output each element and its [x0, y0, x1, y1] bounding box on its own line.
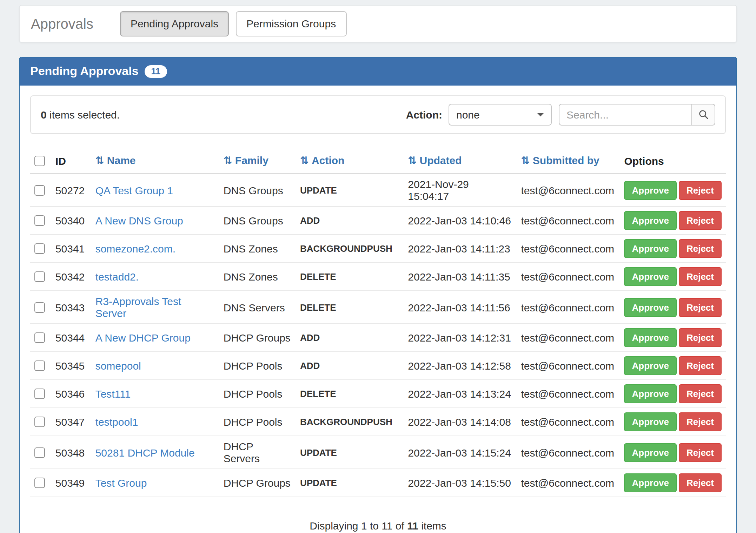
row-name-link[interactable]: A New DHCP Group: [95, 332, 191, 344]
row-submitted-by: test@6connect.com: [517, 408, 620, 436]
row-family: DHCP Pools: [219, 352, 296, 380]
reject-button[interactable]: Reject: [679, 181, 722, 200]
approve-button[interactable]: Approve: [624, 412, 676, 431]
row-submitted-by: test@6connect.com: [517, 291, 620, 324]
row-checkbox[interactable]: [34, 332, 45, 343]
col-action[interactable]: ⇅Action: [296, 148, 404, 174]
action-select[interactable]: none: [449, 104, 552, 126]
reject-button[interactable]: Reject: [679, 443, 722, 462]
row-checkbox[interactable]: [34, 417, 45, 427]
approve-button[interactable]: Approve: [624, 356, 676, 375]
panel-body: 0 items selected. Action: none: [20, 86, 736, 533]
col-options: Options: [620, 148, 726, 174]
row-id: 50344: [51, 324, 91, 352]
row-checkbox[interactable]: [34, 478, 45, 488]
row-updated: 2022-Jan-03 14:10:46: [404, 207, 517, 235]
reject-button[interactable]: Reject: [679, 473, 722, 492]
table-row: 50342 testadd2. DNS Zones DELETE 2022-Ja…: [30, 263, 726, 291]
approve-button[interactable]: Approve: [624, 473, 676, 492]
row-checkbox[interactable]: [34, 243, 45, 254]
reject-button[interactable]: Reject: [679, 328, 722, 347]
row-name-link[interactable]: Test111: [95, 388, 131, 400]
row-checkbox[interactable]: [34, 360, 45, 371]
selected-info: 0 items selected.: [41, 109, 120, 121]
sort-icon: ⇅: [408, 154, 417, 167]
row-action: ADD: [296, 352, 404, 380]
tab-permission-groups[interactable]: Permission Groups: [236, 12, 346, 36]
col-updated[interactable]: ⇅Updated: [404, 148, 517, 174]
row-name-link[interactable]: A New DNS Group: [95, 215, 183, 227]
approve-button[interactable]: Approve: [624, 181, 676, 200]
approve-button[interactable]: Approve: [624, 384, 676, 403]
row-submitted-by: test@6connect.com: [517, 235, 620, 263]
row-updated: 2022-Jan-03 14:11:35: [404, 263, 517, 291]
row-checkbox[interactable]: [34, 302, 45, 312]
reject-button[interactable]: Reject: [679, 298, 722, 317]
row-family: DHCP Pools: [219, 380, 296, 408]
row-submitted-by: test@6connect.com: [517, 263, 620, 291]
approve-button[interactable]: Approve: [624, 239, 676, 258]
reject-button[interactable]: Reject: [679, 239, 722, 258]
reject-button[interactable]: Reject: [679, 384, 722, 403]
sort-icon: ⇅: [521, 154, 530, 167]
sort-icon: ⇅: [300, 154, 309, 167]
col-family[interactable]: ⇅Family: [219, 148, 296, 174]
row-id: 50342: [51, 263, 91, 291]
row-name-link[interactable]: testpool1: [95, 416, 138, 428]
tab-pending-approvals[interactable]: Pending Approvals: [120, 12, 229, 36]
sort-icon: ⇅: [224, 154, 232, 167]
table-row: 50340 A New DNS Group DNS Groups ADD 202…: [30, 207, 726, 235]
row-checkbox[interactable]: [34, 389, 45, 399]
col-name[interactable]: ⇅Name: [91, 148, 219, 174]
row-submitted-by: test@6connect.com: [517, 352, 620, 380]
approve-button[interactable]: Approve: [624, 267, 676, 286]
approve-button[interactable]: Approve: [624, 298, 676, 317]
row-id: 50272: [51, 174, 91, 207]
search-input[interactable]: [559, 104, 692, 126]
table-row: 50272 QA Test Group 1 DNS Groups UPDATE …: [30, 174, 726, 207]
table-row: 50346 Test111 DHCP Pools DELETE 2022-Jan…: [30, 380, 726, 408]
approve-button[interactable]: Approve: [624, 443, 676, 462]
row-updated: 2022-Jan-03 14:13:24: [404, 380, 517, 408]
approve-button[interactable]: Approve: [624, 211, 676, 230]
row-id: 50341: [51, 235, 91, 263]
approve-button[interactable]: Approve: [624, 328, 676, 347]
row-action: DELETE: [296, 263, 404, 291]
row-id: 50346: [51, 380, 91, 408]
select-all-checkbox[interactable]: [34, 155, 45, 166]
reject-button[interactable]: Reject: [679, 412, 722, 431]
table-row: 50345 somepool DHCP Pools ADD 2022-Jan-0…: [30, 352, 726, 380]
count-badge: 11: [145, 65, 167, 78]
table-row: 50341 somezone2.com. DNS Zones BACKGROUN…: [30, 235, 726, 263]
row-id: 50348: [51, 436, 91, 469]
col-submitted-by[interactable]: ⇅Submitted by: [517, 148, 620, 174]
row-family: DHCP Groups: [219, 324, 296, 352]
row-name-link[interactable]: somezone2.com.: [95, 243, 175, 255]
row-name-link[interactable]: 50281 DHCP Module: [95, 446, 195, 458]
row-name-link[interactable]: somepool: [95, 360, 141, 372]
row-updated: 2021-Nov-29 15:04:17: [404, 174, 517, 207]
row-name-link[interactable]: R3-Approvals Test Server: [95, 295, 181, 319]
selected-label: items selected.: [47, 109, 120, 121]
row-name-link[interactable]: testadd2.: [95, 271, 139, 283]
search-button[interactable]: [692, 104, 715, 126]
row-action: DELETE: [296, 380, 404, 408]
approvals-table: ID ⇅Name ⇅Family ⇅Action ⇅Updated ⇅Submi…: [30, 148, 726, 497]
row-name-link[interactable]: QA Test Group 1: [95, 184, 173, 196]
row-action: ADD: [296, 207, 404, 235]
row-id: 50343: [51, 291, 91, 324]
row-updated: 2022-Jan-03 14:12:31: [404, 324, 517, 352]
panel-title: Pending Approvals: [30, 65, 139, 79]
reject-button[interactable]: Reject: [679, 267, 722, 286]
row-checkbox[interactable]: [34, 447, 45, 458]
row-checkbox[interactable]: [34, 271, 45, 282]
approvals-header-card: Approvals Pending Approvals Permission G…: [19, 5, 737, 43]
row-checkbox[interactable]: [34, 185, 45, 195]
row-checkbox[interactable]: [34, 215, 45, 226]
row-name-link[interactable]: Test Group: [95, 477, 147, 489]
reject-button[interactable]: Reject: [679, 356, 722, 375]
table-row: 50349 Test Group DHCP Groups UPDATE 2022…: [30, 469, 726, 497]
row-family: DNS Groups: [219, 207, 296, 235]
pending-approvals-panel: Pending Approvals 11 0 items selected. A…: [19, 57, 737, 533]
reject-button[interactable]: Reject: [679, 211, 722, 230]
